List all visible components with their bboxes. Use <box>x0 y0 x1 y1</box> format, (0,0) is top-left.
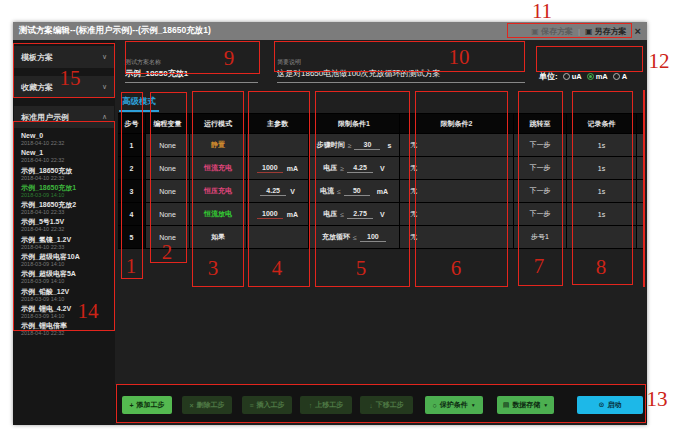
limit1-input[interactable]: 2.75 <box>347 210 373 219</box>
list-item[interactable]: 示例_铅酸_12V 2018-03-09 14:10 <box>14 286 114 303</box>
insert-step-button[interactable]: ≡ 插入工步 <box>242 396 292 414</box>
plan-description-input[interactable]: 这是对18650电池做100次充放循环的测试方案 <box>277 66 525 83</box>
run-mode-cell[interactable]: 静置 <box>190 134 247 156</box>
run-mode-cell[interactable]: 恒流放电 <box>190 203 247 225</box>
limit1-cell[interactable]: 充放循环 ≤ 100 <box>309 226 400 248</box>
move-up-button[interactable]: ↑ 上移工步 <box>300 396 352 414</box>
param-cell[interactable]: 1000 mA <box>247 157 309 179</box>
table-row: 3 None 恒压充电 4.25 V 电流 ≤ 50 mA <box>118 180 644 203</box>
sidebar-section-template-plans[interactable]: 模板方案 ∨ <box>14 46 114 68</box>
limit1-cell[interactable]: 电流 ≤ 50 mA <box>309 180 400 202</box>
param-input[interactable]: 1000 <box>257 164 283 173</box>
chevron-down-icon: ∨ <box>102 83 107 91</box>
jump-cell[interactable]: 步号1 <box>514 226 567 248</box>
col-header-scroll <box>637 114 644 133</box>
save-disk-icon: ▣ <box>531 27 539 36</box>
tab-advanced-mode[interactable]: 高级模式 <box>119 95 159 112</box>
variable-cell[interactable]: None <box>146 203 190 225</box>
list-item-selected[interactable]: 示例_18650充放1 2018-03-09 14:10 <box>14 182 114 199</box>
add-step-button[interactable]: + 添加工步 <box>122 396 172 414</box>
steps-table: 步号 编程变量 运行模式 主参数 限制条件1 限制条件2 跳转至 记录条件 1 … <box>118 113 644 249</box>
scrollbar-strip[interactable] <box>637 157 644 179</box>
jump-cell[interactable]: 下一步 <box>514 180 567 202</box>
limit1-input[interactable]: 30 <box>354 141 380 150</box>
list-item[interactable]: New_0 2018-04-10 22:32 <box>14 130 114 147</box>
record-cell[interactable]: 1s <box>567 157 637 179</box>
scrollbar-strip[interactable] <box>637 134 644 156</box>
scrollbar-strip[interactable] <box>637 226 644 248</box>
close-icon[interactable]: × <box>635 25 641 37</box>
run-mode-cell[interactable]: 恒压充电 <box>190 180 247 202</box>
limit1-input[interactable]: 100 <box>360 233 386 242</box>
limit1-input[interactable]: 4.25 <box>347 164 373 173</box>
list-item[interactable]: 示例_18650充放2 2018-04-10 22:33 <box>14 199 114 216</box>
param-cell[interactable]: 4.25 V <box>247 180 309 202</box>
run-mode-cell[interactable]: 恒流充电 <box>190 157 247 179</box>
param-cell[interactable] <box>247 134 309 156</box>
record-cell[interactable]: 1s <box>567 180 637 202</box>
limit1-input[interactable]: 50 <box>344 187 370 196</box>
delete-step-button[interactable]: × 删除工步 <box>182 396 232 414</box>
param-input[interactable]: 1000 <box>257 210 283 219</box>
col-header-record: 记录条件 <box>567 114 637 133</box>
list-item[interactable]: 示例_氢镍_1.2V 2018-04-10 22:33 <box>14 234 114 251</box>
limit2-cell[interactable]: 无 <box>400 203 514 225</box>
step-number: 3 <box>118 180 146 202</box>
unit-radio-ua[interactable]: uA <box>563 72 582 81</box>
list-item[interactable]: 示例_锂电倍率 2018-04-10 22:32 <box>14 320 114 337</box>
col-header-variable: 编程变量 <box>146 114 190 133</box>
param-input[interactable]: 4.25 <box>260 187 286 196</box>
list-item[interactable]: 示例_超级电容10A 2018-03-09 14:10 <box>14 251 114 268</box>
move-down-button[interactable]: ↓ 下移工步 <box>360 396 413 414</box>
variable-cell[interactable]: None <box>146 226 190 248</box>
record-cell[interactable]: 1s <box>567 203 637 225</box>
record-cell[interactable] <box>567 226 637 248</box>
jump-cell[interactable]: 下一步 <box>514 157 567 179</box>
arrow-up-icon: ↑ <box>309 402 313 409</box>
bottom-toolbar: + 添加工步 × 删除工步 ≡ 插入工步 ↑ 上移工步 <box>115 385 647 423</box>
jump-cell[interactable]: 下一步 <box>514 134 567 156</box>
variable-cell[interactable]: None <box>146 180 190 202</box>
list-item[interactable]: New_1 2018-04-10 22:32 <box>14 147 114 164</box>
unit-radio-ma[interactable]: mA <box>587 72 608 81</box>
limit1-cell[interactable]: 电压 ≤ 2.75 V <box>309 203 400 225</box>
protection-conditions-button[interactable]: ○ 保护条件 ▼ <box>425 396 483 414</box>
record-cell[interactable]: 1s <box>567 134 637 156</box>
titlebar-actions: ▣ 保存方案 | ▣ 另存方案 × <box>531 25 641 37</box>
titlebar-separator: | <box>578 27 580 36</box>
plan-name-field: 测试方案名称 示例_18650充放1 <box>125 58 258 83</box>
limit2-cell[interactable]: 无 <box>400 226 514 248</box>
save-as-plan-button[interactable]: ▣ 另存方案 <box>585 26 627 37</box>
list-item[interactable]: 示例_18650充放 2018-04-10 22:32 <box>14 165 114 182</box>
table-row: 2 None 恒流充电 1000 mA 电压 ≥ 4.25 V <box>118 157 644 180</box>
col-header-limit1: 限制条件1 <box>309 114 400 133</box>
unit-label: 单位: <box>539 71 558 82</box>
limit2-cell[interactable]: 无 <box>400 157 514 179</box>
limit2-cell[interactable]: 无 <box>400 180 514 202</box>
storage-icon: ▤ <box>503 401 510 409</box>
plan-name-input[interactable]: 示例_18650充放1 <box>125 66 258 83</box>
radio-selected-icon <box>587 73 594 80</box>
unit-radio-a[interactable]: A <box>613 72 627 81</box>
param-cell[interactable] <box>247 226 309 248</box>
limit2-cell[interactable]: 无 <box>400 134 514 156</box>
variable-cell[interactable]: None <box>146 134 190 156</box>
sidebar-section-favorite-plans[interactable]: 收藏方案 ∨ <box>14 76 114 98</box>
scrollbar-strip[interactable] <box>637 203 644 225</box>
list-item[interactable]: 示例_5号1.5V 2018-04-10 22:32 <box>14 216 114 233</box>
power-icon: ⊙ <box>599 401 605 409</box>
list-item[interactable]: 示例_超级电容5A 2018-03-09 14:10 <box>14 268 114 285</box>
title-bar: 测试方案编辑--(标准用户示例)--(示例_18650充放1) ▣ 保存方案 |… <box>13 22 647 40</box>
variable-cell[interactable]: None <box>146 157 190 179</box>
save-plan-button[interactable]: ▣ 保存方案 <box>531 26 573 37</box>
limit1-cell[interactable]: 步骤时间 ≥ 30 s <box>309 134 400 156</box>
jump-cell[interactable]: 下一步 <box>514 203 567 225</box>
data-storage-button[interactable]: ▤ 数据存储 ▼ <box>497 396 554 414</box>
limit1-cell[interactable]: 电压 ≥ 4.25 V <box>309 157 400 179</box>
start-button[interactable]: ⊙ 启动 <box>577 396 643 414</box>
list-item[interactable]: 示例_锂电_4.2V 2018-03-09 14:10 <box>14 303 114 320</box>
run-mode-cell[interactable]: 如果 <box>190 226 247 248</box>
sidebar-section-standard-user-examples[interactable]: 标准用户示例 ∧ <box>14 106 114 128</box>
param-cell[interactable]: 1000 mA <box>247 203 309 225</box>
scrollbar-strip[interactable] <box>637 180 644 202</box>
